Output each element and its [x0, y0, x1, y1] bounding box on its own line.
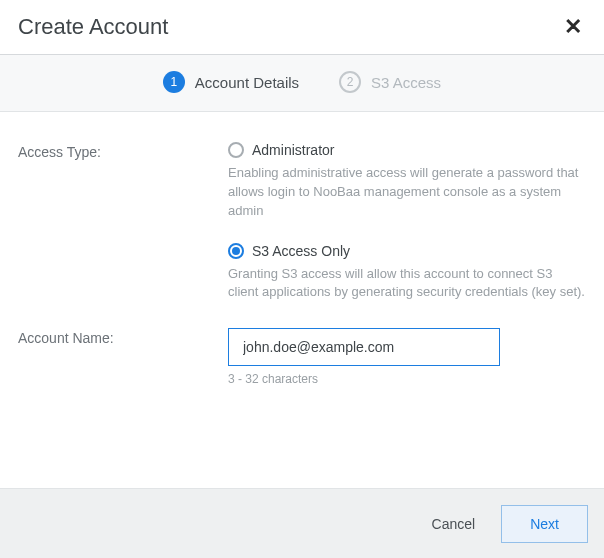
close-button[interactable]: ✕: [560, 16, 586, 38]
radio-s3-access-only[interactable]: S3 Access Only Granting S3 access will a…: [228, 243, 586, 303]
step-number-badge: 2: [339, 71, 361, 93]
account-name-control: 3 - 32 characters: [228, 328, 586, 386]
dialog-body: Access Type: Administrator Enabling admi…: [0, 112, 604, 422]
radio-head: S3 Access Only: [228, 243, 586, 259]
radio-icon: [228, 243, 244, 259]
step-number-badge: 1: [163, 71, 185, 93]
cancel-button[interactable]: Cancel: [420, 508, 488, 540]
radio-description: Granting S3 access will allow this accou…: [228, 265, 586, 303]
step-s3-access[interactable]: 2 S3 Access: [339, 71, 441, 93]
radio-description: Enabling administrative access will gene…: [228, 164, 586, 221]
radio-label: Administrator: [252, 142, 334, 158]
step-account-details[interactable]: 1 Account Details: [163, 71, 299, 93]
access-type-row: Access Type: Administrator Enabling admi…: [18, 142, 586, 302]
account-name-input[interactable]: [228, 328, 500, 366]
account-name-label: Account Name:: [18, 328, 228, 346]
access-type-control: Administrator Enabling administrative ac…: [228, 142, 586, 302]
radio-label: S3 Access Only: [252, 243, 350, 259]
dialog-footer: Cancel Next: [0, 488, 604, 558]
step-label: Account Details: [195, 74, 299, 91]
access-type-label: Access Type:: [18, 142, 228, 160]
next-button[interactable]: Next: [501, 505, 588, 543]
wizard-stepper: 1 Account Details 2 S3 Access: [0, 55, 604, 112]
account-name-hint: 3 - 32 characters: [228, 372, 586, 386]
radio-administrator[interactable]: Administrator Enabling administrative ac…: [228, 142, 586, 221]
dialog-header: Create Account ✕: [0, 0, 604, 55]
close-icon: ✕: [564, 14, 582, 39]
step-label: S3 Access: [371, 74, 441, 91]
account-name-row: Account Name: 3 - 32 characters: [18, 328, 586, 386]
radio-dot-icon: [232, 247, 240, 255]
dialog-title: Create Account: [18, 14, 168, 40]
radio-icon: [228, 142, 244, 158]
radio-head: Administrator: [228, 142, 586, 158]
access-type-radio-group: Administrator Enabling administrative ac…: [228, 142, 586, 302]
